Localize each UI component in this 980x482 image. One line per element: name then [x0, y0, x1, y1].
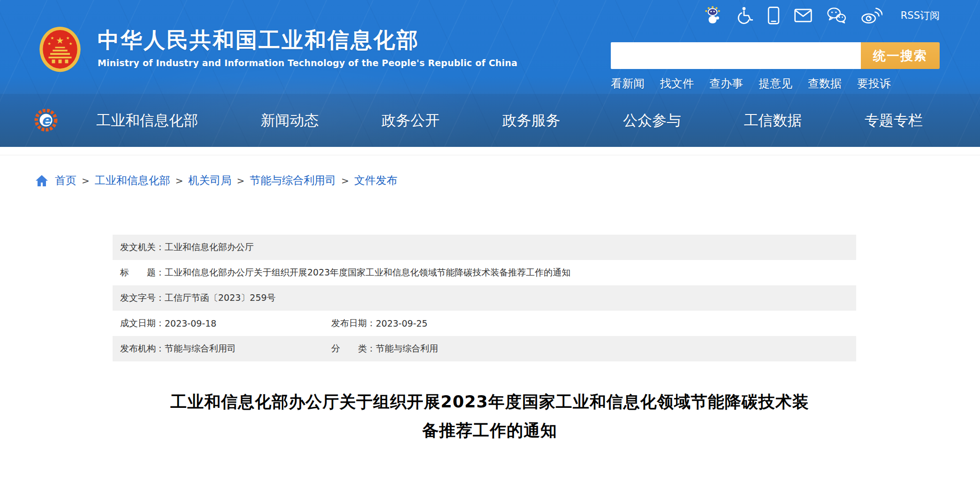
- svg-text:e: e: [41, 112, 52, 128]
- wechat-icon[interactable]: [827, 6, 846, 25]
- svg-text:★: ★: [69, 41, 73, 46]
- mail-icon[interactable]: [794, 6, 812, 25]
- nav-item-miit[interactable]: 工业和信息化部: [96, 111, 198, 130]
- search-area: 统一搜索 看新闻 找文件 查办事 提意见 查数据 要投诉: [611, 42, 940, 91]
- breadcrumb-separator: >: [237, 175, 245, 186]
- meta-label: 发文机关：: [120, 241, 165, 253]
- subheader-strip: [0, 147, 980, 155]
- quick-link-data[interactable]: 查数据: [808, 76, 842, 91]
- breadcrumb-miit[interactable]: 工业和信息化部: [95, 173, 170, 188]
- meta-label: 发布日期：: [331, 317, 376, 329]
- breadcrumb-energy-dept[interactable]: 节能与综合利用司: [250, 173, 336, 188]
- quick-link-services[interactable]: 查办事: [709, 76, 743, 91]
- svg-text:★: ★: [66, 36, 70, 40]
- miit-gear-logo-icon: e: [33, 107, 59, 133]
- national-emblem-icon: ★ ★ ★ ★ ★: [35, 26, 85, 72]
- unified-search-button[interactable]: 统一搜索: [861, 42, 940, 69]
- site-subtitle-english: Ministry of Industry and Information Tec…: [98, 58, 517, 68]
- meta-value: 2023-09-18: [165, 318, 216, 329]
- svg-text:★: ★: [56, 35, 64, 46]
- meta-label: 分 类：: [331, 343, 376, 355]
- meta-label: 发布机构：: [120, 343, 165, 355]
- quick-link-complaints[interactable]: 要投诉: [857, 76, 891, 91]
- search-input[interactable]: [611, 42, 861, 69]
- breadcrumb-document-release[interactable]: 文件发布: [354, 173, 397, 188]
- site-brand: ★ ★ ★ ★ ★ 中华人民共和国工业和信息化部 Ministry of Ind…: [35, 26, 517, 72]
- nav-item-special-topics[interactable]: 专题专栏: [865, 111, 923, 130]
- site-title: 中华人民共和国工业和信息化部: [98, 28, 517, 52]
- article-title: 工业和信息化部办公厅关于组织开展2023年度国家工业和信息化领域节能降碳技术装 …: [113, 388, 867, 445]
- meta-row-publisher-category: 发布机构： 节能与综合利用司 分 类： 节能与综合利用: [113, 336, 856, 361]
- breadcrumb-departments[interactable]: 机关司局: [189, 173, 232, 188]
- quick-link-news[interactable]: 看新闻: [611, 76, 645, 91]
- nav-item-gov-disclosure[interactable]: 政务公开: [381, 111, 440, 130]
- meta-value: 节能与综合利用: [376, 343, 438, 355]
- meta-value: 工业和信息化部办公厅: [165, 241, 254, 253]
- meta-label: 标 题：: [120, 267, 165, 279]
- rss-subscribe-link[interactable]: RSS订阅: [901, 9, 940, 22]
- meta-value: 2023-09-25: [376, 318, 427, 329]
- meta-value: 工业和信息化部办公厅关于组织开展2023年度国家工业和信息化领域节能降碳技术装备…: [165, 267, 570, 279]
- article-title-line2: 备推荐工作的通知: [113, 416, 867, 445]
- mobile-icon[interactable]: [767, 6, 780, 25]
- quick-link-suggestions[interactable]: 提意见: [759, 76, 792, 91]
- svg-text:★: ★: [47, 41, 51, 46]
- article-title-line1: 工业和信息化部办公厅关于组织开展2023年度国家工业和信息化领域节能降碳技术装: [113, 388, 867, 416]
- meta-row-document-number: 发文字号： 工信厅节函〔2023〕259号: [113, 285, 856, 311]
- mascot-robot-icon[interactable]: [704, 6, 722, 25]
- meta-row-title: 标 题： 工业和信息化部办公厅关于组织开展2023年度国家工业和信息化领域节能降…: [113, 260, 856, 285]
- breadcrumb-separator: >: [341, 175, 349, 186]
- svg-text:★: ★: [50, 36, 54, 40]
- nav-item-miit-data[interactable]: 工信数据: [744, 111, 802, 130]
- meta-row-dates: 成文日期： 2023-09-18 发布日期： 2023-09-25: [113, 311, 856, 336]
- topbar-utility-icons: RSS订阅: [704, 6, 940, 25]
- weibo-icon[interactable]: [861, 6, 882, 25]
- meta-label: 成文日期：: [120, 317, 165, 329]
- breadcrumb-separator: >: [82, 175, 90, 186]
- nav-item-news[interactable]: 新闻动态: [261, 111, 319, 130]
- nav-item-public-participation[interactable]: 公众参与: [623, 111, 681, 130]
- meta-value: 节能与综合利用司: [165, 343, 236, 355]
- meta-label: 发文字号：: [120, 292, 165, 304]
- site-header: RSS订阅 ★ ★ ★ ★ ★ 中华人民共和国工业和信息化部 Ministry …: [0, 0, 980, 147]
- main-navigation: 工业和信息化部 新闻动态 政务公开 政务服务 公众参与 工信数据 专题专栏: [96, 94, 923, 147]
- home-icon[interactable]: [35, 175, 48, 187]
- breadcrumb-home[interactable]: 首页: [55, 173, 76, 188]
- breadcrumb-separator: >: [175, 175, 183, 186]
- accessibility-icon[interactable]: [736, 6, 753, 25]
- nav-item-gov-services[interactable]: 政务服务: [502, 111, 561, 130]
- quick-links: 看新闻 找文件 查办事 提意见 查数据 要投诉: [611, 76, 940, 91]
- meta-row-issuing-agency: 发文机关： 工业和信息化部办公厅: [113, 235, 856, 260]
- meta-value: 工信厅节函〔2023〕259号: [165, 292, 276, 304]
- quick-link-documents[interactable]: 找文件: [660, 76, 694, 91]
- document-meta-table: 发文机关： 工业和信息化部办公厅 标 题： 工业和信息化部办公厅关于组织开展20…: [113, 235, 856, 361]
- breadcrumb: 首页 > 工业和信息化部 > 机关司局 > 节能与综合利用司 > 文件发布: [35, 173, 397, 188]
